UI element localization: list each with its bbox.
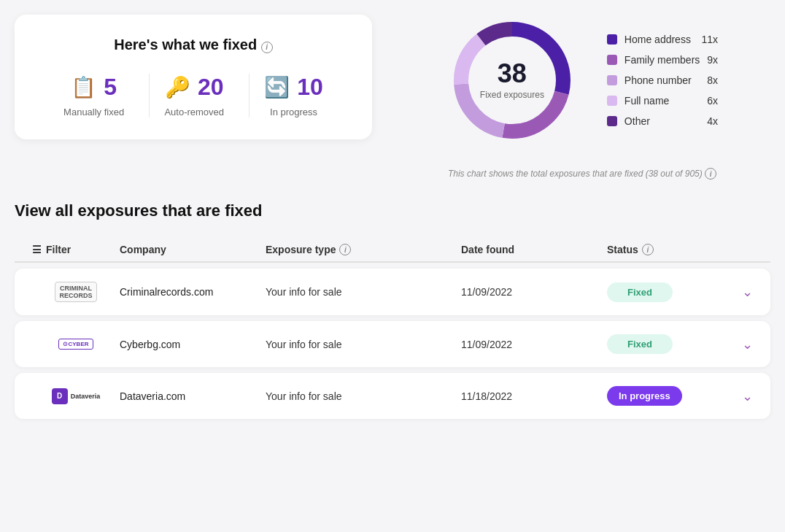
donut-chart: 38 Fixed exposures — [446, 15, 578, 146]
legend-family-members: Family members 9x — [607, 54, 718, 66]
legend-label-home-address: Home address — [624, 34, 695, 45]
company-name-criminal: Criminalrecords.com — [120, 286, 266, 298]
chart-info-icon: i — [705, 168, 716, 180]
status-badge-cyber: Fixed — [607, 334, 673, 354]
th-status-label: Status — [607, 244, 638, 255]
company-logo-cyber: ⊙CYBER — [32, 339, 120, 350]
chevron-icon-cyber[interactable]: ⌄ — [742, 336, 753, 352]
donut-label: Fixed exposures — [480, 90, 544, 100]
chart-legend: Home address 11x Family members 9x Phone… — [607, 34, 718, 127]
status-cell-criminal: Fixed ⌄ — [607, 282, 753, 302]
legend-label-full-name: Full name — [624, 95, 700, 107]
th-company-label: Company — [120, 244, 166, 255]
company-name-dataveria: Dataveria.com — [120, 390, 266, 402]
th-exposure-type: Exposure type i — [266, 244, 461, 255]
legend-dot-other — [607, 116, 617, 126]
th-exposure-type-label: Exposure type — [266, 244, 336, 255]
stat-top: 📋 5 — [71, 74, 117, 101]
date-found-cyber: 11/09/2022 — [461, 339, 607, 350]
table-header: ☰ Filter Company Exposure type i Date fo… — [15, 238, 770, 263]
stat-manually-fixed: 📋 5 Manually fixed — [49, 74, 139, 117]
company-logo-dataveria: D Dataveria — [32, 388, 120, 404]
date-found-dataveria: 11/18/2022 — [461, 390, 607, 402]
chart-note-text: This chart shows the total exposures tha… — [448, 169, 703, 179]
status-badge-dataveria: In progress — [607, 386, 682, 406]
legend-dot-full-name — [607, 96, 617, 106]
info-icon: i — [261, 42, 273, 53]
donut-center: 38 Fixed exposures — [480, 61, 544, 100]
legend-count-home-address: 11x — [702, 34, 719, 45]
chevron-icon-criminal[interactable]: ⌄ — [742, 284, 753, 300]
exposure-type-dataveria: Your info for sale — [266, 390, 461, 402]
in-progress-label: In progress — [270, 107, 317, 117]
legend-other: Other 4x — [607, 115, 718, 127]
stat-auto-removed: 🔑 20 Auto-removed — [149, 74, 239, 117]
legend-count-full-name: 6x — [707, 95, 718, 107]
exposure-type-cyber: Your info for sale — [266, 339, 461, 350]
table-section: View all exposures that are fixed ☰ Filt… — [15, 201, 770, 419]
table-row[interactable]: CRIMINALRECORDS Criminalrecords.com Your… — [15, 269, 770, 315]
chevron-icon-dataveria[interactable]: ⌄ — [742, 388, 753, 404]
legend-label-other: Other — [624, 115, 700, 127]
table-row[interactable]: ⊙CYBER Cyberbg.com Your info for sale 11… — [15, 321, 770, 367]
chart-section: 38 Fixed exposures Home address 11x Fami… — [394, 15, 770, 180]
exposure-type-criminal: Your info for sale — [266, 286, 461, 298]
fixed-card-title-text: Here's what we fixed — [114, 36, 257, 53]
stat-top: 🔄 10 — [264, 74, 323, 101]
section-title: View all exposures that are fixed — [15, 201, 770, 220]
legend-dot-phone-number — [607, 75, 617, 85]
legend-count-family-members: 9x — [707, 54, 718, 66]
th-date-found-label: Date found — [461, 244, 514, 255]
in-progress-icon: 🔄 — [264, 75, 290, 99]
th-company: Company — [120, 244, 266, 255]
in-progress-number: 10 — [297, 74, 323, 101]
donut-number: 38 — [480, 61, 544, 87]
status-info-icon: i — [642, 244, 654, 255]
manually-fixed-label: Manually fixed — [63, 107, 124, 117]
dataveria-name: Dataveria — [71, 393, 101, 400]
legend-home-address: Home address 11x — [607, 34, 718, 45]
status-cell-cyber: Fixed ⌄ — [607, 334, 753, 354]
auto-removed-number: 20 — [198, 74, 224, 101]
status-cell-dataveria: In progress ⌄ — [607, 386, 753, 406]
legend-count-other: 4x — [707, 115, 718, 127]
legend-dot-home-address — [607, 34, 617, 45]
stat-top: 🔑 20 — [165, 74, 224, 101]
auto-removed-icon: 🔑 — [165, 75, 190, 99]
filter-icon: ☰ — [32, 244, 42, 255]
company-logo-criminal: CRIMINALRECORDS — [32, 282, 120, 302]
th-date-found: Date found — [461, 244, 607, 255]
cyber-logo-text: ⊙CYBER — [58, 339, 93, 350]
chart-note: This chart shows the total exposures tha… — [448, 168, 716, 180]
legend-label-family-members: Family members — [624, 54, 700, 66]
legend-phone-number: Phone number 8x — [607, 74, 718, 86]
fixed-card: Here's what we fixed i 📋 5 Manually fixe… — [15, 15, 372, 139]
filter-label: Filter — [46, 244, 71, 255]
dataveria-logo-text: D Dataveria — [52, 388, 101, 404]
company-name-cyber: Cyberbg.com — [120, 339, 266, 350]
legend-full-name: Full name 6x — [607, 95, 718, 107]
fixed-card-title: Here's what we fixed i — [44, 36, 343, 53]
stats-row: 📋 5 Manually fixed 🔑 20 Auto-removed 🔄 1… — [44, 74, 343, 117]
manually-fixed-number: 5 — [104, 74, 117, 101]
date-found-criminal: 11/09/2022 — [461, 286, 607, 298]
th-status: Status i — [607, 244, 753, 255]
dataveria-icon: D — [52, 388, 68, 404]
filter-button[interactable]: ☰ Filter — [32, 244, 120, 255]
top-section: Here's what we fixed i 📋 5 Manually fixe… — [15, 15, 770, 180]
manually-fixed-icon: 📋 — [71, 75, 96, 99]
legend-dot-family-members — [607, 55, 617, 65]
stat-in-progress: 🔄 10 In progress — [249, 74, 338, 117]
status-badge-criminal: Fixed — [607, 282, 673, 302]
auto-removed-label: Auto-removed — [164, 107, 224, 117]
criminal-logo-text: CRIMINALRECORDS — [55, 282, 96, 302]
exposure-type-info-icon: i — [339, 244, 351, 255]
chart-row: 38 Fixed exposures Home address 11x Fami… — [446, 15, 718, 146]
legend-label-phone-number: Phone number — [624, 74, 700, 86]
table-row[interactable]: D Dataveria Dataveria.com Your info for … — [15, 373, 770, 419]
legend-count-phone-number: 8x — [707, 74, 718, 86]
